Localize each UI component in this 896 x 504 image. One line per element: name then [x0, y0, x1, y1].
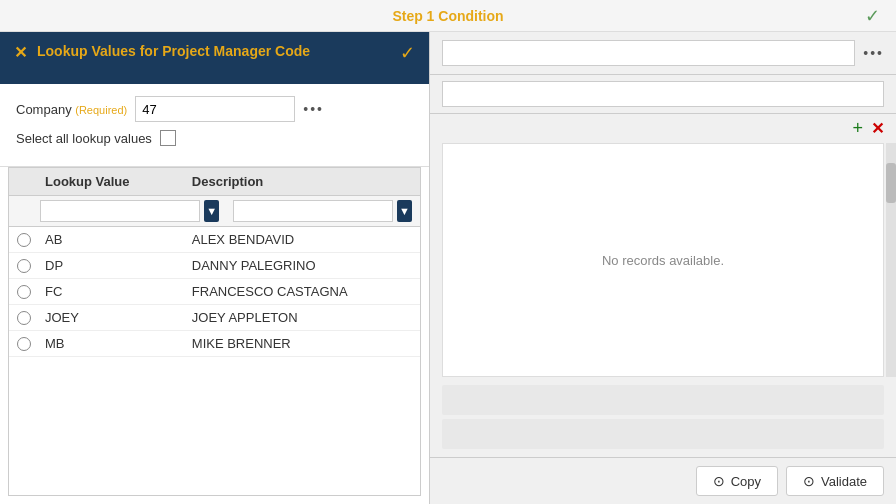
gray-rows-area: [430, 377, 896, 457]
company-more-button[interactable]: •••: [303, 101, 324, 117]
company-label: Company (Required): [16, 102, 127, 117]
left-panel: ✕ Lookup Values for Project Manager Code…: [0, 32, 430, 504]
table-row[interactable]: MB MIKE BRENNER: [9, 331, 420, 357]
gray-row-1: [442, 385, 884, 415]
step-title: Step 1 Condition: [392, 8, 503, 24]
right-top-bar: •••: [430, 32, 896, 75]
select-all-row: Select all lookup values: [16, 130, 413, 146]
right-more-button[interactable]: •••: [863, 45, 884, 61]
radio-mb[interactable]: [17, 337, 31, 351]
cell-desc-ab: ALEX BENDAVID: [192, 232, 412, 247]
cell-lookup-dp: DP: [45, 258, 192, 273]
select-all-label: Select all lookup values: [16, 131, 152, 146]
validate-button[interactable]: ⊙ Validate: [786, 466, 884, 496]
table-row[interactable]: DP DANNY PALEGRINO: [9, 253, 420, 279]
right-actions-bar: + ✕: [430, 114, 896, 143]
header-check-icon: ✓: [865, 5, 880, 27]
required-badge: (Required): [75, 104, 127, 116]
radio-joey[interactable]: [17, 311, 31, 325]
company-row: Company (Required) •••: [16, 96, 413, 122]
header-left: ✕ Lookup Values for Project Manager Code: [14, 42, 310, 62]
desc-filter-input[interactable]: [233, 200, 393, 222]
radio-cell-joey[interactable]: [17, 311, 45, 325]
no-records-area: No records available.: [442, 143, 884, 377]
cell-lookup-ab: AB: [45, 232, 192, 247]
cell-lookup-joey: JOEY: [45, 310, 192, 325]
left-panel-header: ✕ Lookup Values for Project Manager Code…: [0, 32, 429, 84]
close-button[interactable]: ✕: [14, 43, 27, 62]
copy-label: Copy: [731, 474, 761, 489]
copy-icon: ⊙: [713, 473, 725, 489]
main-layout: ✕ Lookup Values for Project Manager Code…: [0, 32, 896, 504]
header-lookup-col: Lookup Value: [45, 174, 192, 189]
desc-filter-button[interactable]: ▼: [397, 200, 412, 222]
table-row[interactable]: FC FRANCESCO CASTAGNA: [9, 279, 420, 305]
bottom-bar: ⊙ Copy ⊙ Validate: [430, 457, 896, 504]
right-middle: No records available.: [430, 143, 896, 377]
lookup-table: Lookup Value Description ▼ ▼ AB ALEX BEN…: [8, 167, 421, 496]
add-button[interactable]: +: [852, 118, 863, 139]
cell-desc-fc: FRANCESCO CASTAGNA: [192, 284, 412, 299]
select-all-checkbox[interactable]: [160, 130, 176, 146]
radio-cell-fc[interactable]: [17, 285, 45, 299]
validate-icon: ⊙: [803, 473, 815, 489]
form-area: Company (Required) ••• Select all lookup…: [0, 84, 429, 167]
cell-lookup-fc: FC: [45, 284, 192, 299]
panel-check-icon[interactable]: ✓: [400, 42, 415, 64]
copy-button[interactable]: ⊙ Copy: [696, 466, 778, 496]
table-row[interactable]: AB ALEX BENDAVID: [9, 227, 420, 253]
radio-cell-mb[interactable]: [17, 337, 45, 351]
right-scroll-thumb[interactable]: [886, 163, 896, 203]
right-panel: ••• + ✕ No records available.: [430, 32, 896, 504]
table-header: Lookup Value Description: [9, 168, 420, 196]
validate-label: Validate: [821, 474, 867, 489]
lookup-filter-button[interactable]: ▼: [204, 200, 219, 222]
radio-fc[interactable]: [17, 285, 31, 299]
top-header: Step 1 Condition ✓: [0, 0, 896, 32]
company-input[interactable]: [135, 96, 295, 122]
header-radio-col: [17, 174, 45, 189]
header-desc-col: Description: [192, 174, 412, 189]
radio-ab[interactable]: [17, 233, 31, 247]
lookup-filter-input[interactable]: [40, 200, 200, 222]
radio-dp[interactable]: [17, 259, 31, 273]
gray-row-2: [442, 419, 884, 449]
table-body[interactable]: AB ALEX BENDAVID DP DANNY PALEGRINO FC F…: [9, 227, 420, 495]
cell-desc-mb: MIKE BRENNER: [192, 336, 412, 351]
filter-row: ▼ ▼: [9, 196, 420, 227]
remove-button[interactable]: ✕: [871, 119, 884, 138]
table-row[interactable]: JOEY JOEY APPLETON: [9, 305, 420, 331]
left-panel-title: Lookup Values for Project Manager Code: [37, 42, 310, 60]
right-scrollbar[interactable]: [886, 143, 896, 377]
radio-cell-ab[interactable]: [17, 233, 45, 247]
right-second-input[interactable]: [442, 81, 884, 107]
no-records-text: No records available.: [602, 253, 724, 268]
cell-lookup-mb: MB: [45, 336, 192, 351]
radio-cell-dp[interactable]: [17, 259, 45, 273]
cell-desc-joey: JOEY APPLETON: [192, 310, 412, 325]
right-second-bar: [430, 75, 896, 114]
cell-desc-dp: DANNY PALEGRINO: [192, 258, 412, 273]
right-top-input[interactable]: [442, 40, 855, 66]
